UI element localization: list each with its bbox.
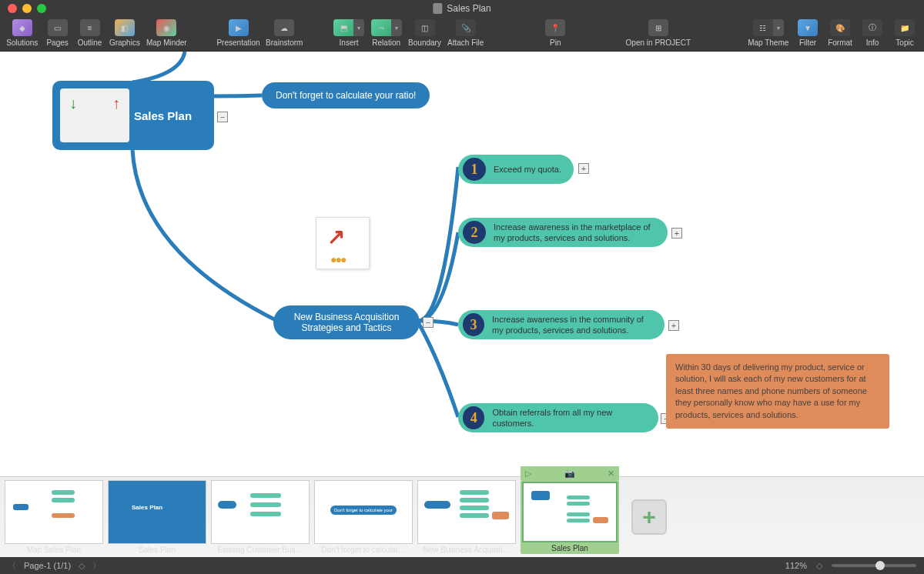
badge-3-icon: 3 [463,313,484,336]
attach-file-button[interactable]: 📎Attach File [446,19,485,47]
note-box[interactable]: Within 30 days of delivering my product,… [666,354,889,429]
leaf-2-expand-toggle[interactable]: + [671,228,682,239]
boundary-button[interactable]: ◫Boundary [407,19,443,47]
window-zoom-button[interactable] [37,4,46,13]
root-collapse-toggle[interactable]: − [217,112,228,122]
leaf-topic-3[interactable]: 3 Increase awareness in the community of… [458,310,665,339]
leaf-4-label: Obtain referrals from all my new custome… [492,407,648,429]
leaf-topic-4[interactable]: 4 Obtain referrals from all my new custo… [458,403,658,432]
leaf-topic-2[interactable]: 2 Increase awareness in the marketplace … [458,218,668,247]
boundary-icon: ◫ [415,19,435,36]
filter-button[interactable]: ▼Filter [793,19,822,47]
subtopic-collapse-toggle[interactable]: − [423,317,434,328]
leaf-3-expand-toggle[interactable]: + [668,320,679,331]
window-close-button[interactable] [8,4,17,13]
relation-dropdown[interactable]: ▾ [391,19,402,36]
add-slide-button[interactable]: + [631,499,667,535]
slide-caption: Sales Plan [522,542,618,552]
slide-caption: Existing Customer Bus… [211,544,310,554]
pages-button[interactable]: ▭Pages [43,19,72,47]
open-project-button[interactable]: ⊞Open in PROJECT [625,19,691,47]
subtopic[interactable]: New Business Acquisition Strategies and … [273,305,420,339]
pin-icon: 📍 [545,19,565,36]
mindmap-canvas[interactable]: Sales Plan − Don't forget to calculate y… [0,52,924,476]
page-indicator: Page-1 (1/1) [24,561,71,570]
chart-image [316,217,370,269]
camera-icon[interactable]: 📷 [564,469,575,479]
document-icon [433,3,442,14]
map-theme-dropdown[interactable]: ▾ [773,19,784,36]
graphics-icon: ◧ [115,19,135,36]
map-theme-icon: ☷ [753,19,773,36]
zoom-stepper[interactable]: ◇ [816,561,822,571]
leaf-topic-1[interactable]: 1 Exceed my quota. [458,155,574,184]
main-toolbar: ◆Solutions ▭Pages ≡Outline ◧Graphics ◉Ma… [0,17,924,52]
root-topic-label: Sales Plan [134,109,192,122]
format-button[interactable]: 🎨Format [825,19,855,47]
prev-page-button[interactable]: 〈 [8,560,16,572]
outline-button[interactable]: ≡Outline [75,19,105,47]
window-minimize-button[interactable] [22,4,32,13]
map-theme-button[interactable]: ☷▾Map Theme [746,19,790,47]
slide-thumbnail[interactable]: Don't forget to calculate your ratio! Do… [314,480,413,554]
play-slide-icon[interactable]: ▷ [525,469,531,479]
slide-caption: New Business Acquisiti… [417,544,516,554]
page-stepper[interactable]: ◇ [79,561,85,571]
leaf-3-label: Increase awareness in the community of m… [492,314,654,336]
leaf-1-expand-toggle[interactable]: + [578,163,589,174]
insert-dropdown[interactable]: ▾ [353,19,364,36]
insert-button[interactable]: ⬒▾Insert [332,19,367,47]
close-slide-icon[interactable]: ✕ [608,469,614,479]
badge-4-icon: 4 [463,406,484,429]
slide-tools: ▷ 📷 ✕ [521,466,619,480]
badge-2-icon: 2 [463,221,486,244]
slide-thumbnail[interactable]: Sales Plan Sales Plan [108,480,206,554]
topic-button[interactable]: 📁Topic [890,19,919,47]
filter-icon: ▼ [798,19,818,36]
pages-icon: ▭ [48,19,68,36]
open-project-icon: ⊞ [648,19,668,36]
slide-caption: Sales Plan [108,544,206,554]
solutions-icon: ◆ [12,19,32,36]
root-topic[interactable]: Sales Plan [52,81,214,150]
subtopic-label: New Business Acquisition Strategies and … [281,312,412,333]
topic-icon: 📁 [895,19,915,36]
brainstorm-icon: ☁ [274,19,294,36]
presentation-icon: ▶ [229,19,249,36]
leaf-1-label: Exceed my quota. [494,164,561,175]
callout-note[interactable]: Don't forget to calculate your ratio! [262,82,430,108]
slide-thumbnail[interactable]: Existing Customer Bus… [211,480,310,554]
titlebar: Sales Plan [0,0,924,17]
zoom-level: 112% [785,561,807,570]
next-page-button[interactable]: 〉 [92,560,101,572]
slide-thumbnail[interactable]: New Business Acquisiti… [417,480,516,554]
window-title: Sales Plan [433,3,490,14]
slide-caption: Don't forget to calculat… [314,544,413,554]
presentation-button[interactable]: ▶Presentation [216,19,261,47]
badge-1-icon: 1 [463,158,486,181]
format-icon: 🎨 [830,19,850,36]
slide-thumbnail[interactable]: Map Sales Plan [5,480,103,554]
status-bar: 〈 Page-1 (1/1) ◇ 〉 112% ◇ [0,557,924,574]
zoom-slider[interactable] [832,564,916,567]
slide-thumbnail-active[interactable]: ▷ 📷 ✕ Sales Plan [521,480,619,554]
brainstorm-button[interactable]: ☁Brainstorm [264,19,304,47]
attach-file-icon: 📎 [456,19,476,36]
root-topic-image [60,88,129,142]
slide-caption: Map Sales Plan [5,544,103,554]
insert-icon: ⬒ [333,19,353,36]
relation-icon: ⤳ [371,19,391,36]
graphics-button[interactable]: ◧Graphics [108,19,142,47]
slides-panel: Map Sales Plan Sales Plan Sales Plan Exi… [0,476,924,557]
relation-button[interactable]: ⤳▾Relation [369,19,403,47]
solutions-button[interactable]: ◆Solutions [5,19,40,47]
map-minder-icon: ◉ [156,19,176,36]
pin-button[interactable]: 📍Pin [541,19,570,47]
info-button[interactable]: ⓘInfo [858,19,887,47]
outline-icon: ≡ [80,19,100,36]
info-icon: ⓘ [862,19,882,36]
map-minder-button[interactable]: ◉Map Minder [145,19,188,47]
leaf-2-label: Increase awareness in the marketplace of… [494,222,655,244]
